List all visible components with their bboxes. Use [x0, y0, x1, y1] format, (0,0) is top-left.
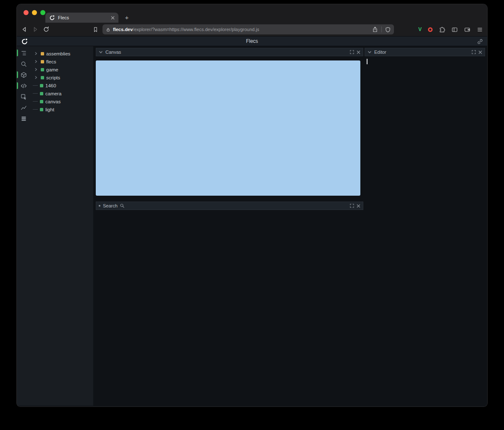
chevron-right-icon[interactable]: [33, 76, 39, 79]
main-content: Canvas Search: [93, 46, 487, 406]
expand-icon[interactable]: [350, 204, 354, 208]
url-path: /explorer/?wasm=https://www.flecs.dev/ex…: [133, 27, 259, 32]
wallet-icon[interactable]: [464, 26, 470, 33]
tree-item-label: light: [45, 107, 54, 112]
code-icon: [21, 83, 27, 89]
browser-tab[interactable]: Flecs: [45, 13, 118, 23]
expand-icon[interactable]: [350, 50, 354, 54]
browser-window: Flecs +: [17, 4, 487, 406]
close-icon[interactable]: [478, 50, 482, 54]
chevron-down-icon[interactable]: [99, 50, 103, 54]
panel-title: Search: [103, 203, 118, 208]
reload-button[interactable]: [43, 26, 50, 33]
tree-connector: [33, 101, 38, 102]
cube-icon: [21, 72, 27, 78]
chevron-right-icon[interactable]: [33, 60, 39, 63]
flecs-logo-icon: [21, 38, 28, 45]
tab-title: Flecs: [58, 15, 108, 20]
rail-item-code-editor[interactable]: [17, 82, 30, 89]
bookmark-icon[interactable]: [92, 26, 99, 33]
rail-item-stats[interactable]: [17, 115, 30, 122]
shield-icon[interactable]: [385, 27, 391, 32]
app-body: assemblies flecs game scripts 1460: [17, 46, 487, 406]
chevron-right-icon[interactable]: [33, 68, 39, 71]
panel-title: Canvas: [105, 50, 121, 55]
tree-item-label: flecs: [46, 59, 56, 64]
canvas-panel-header[interactable]: Canvas: [96, 48, 363, 56]
tree-item[interactable]: game: [30, 66, 93, 73]
entity-color-swatch: [41, 76, 44, 79]
rail-item-search[interactable]: [17, 60, 30, 67]
stats-icon: [21, 115, 27, 122]
entity-tree-panel: assemblies flecs game scripts 1460: [30, 46, 93, 406]
tree-icon: [21, 50, 27, 56]
active-indicator: [17, 82, 18, 89]
search-icon: [21, 61, 27, 67]
tree-connector: [33, 93, 38, 94]
canvas-panel: Canvas: [96, 48, 363, 196]
share-icon[interactable]: [372, 26, 378, 32]
traffic-lights: [24, 10, 45, 15]
tree-item-label: assemblies: [46, 51, 71, 56]
tree-item[interactable]: scripts: [30, 73, 93, 81]
entity-color-swatch: [40, 92, 43, 95]
entity-color-swatch: [40, 108, 43, 111]
address-bar[interactable]: flecs.dev/explorer/?wasm=https://www.fle…: [102, 24, 394, 34]
tree-item-label: 1460: [45, 83, 56, 88]
page-title: Flecs: [246, 38, 258, 44]
sidebar-rail: [17, 46, 30, 406]
menu-icon[interactable]: [477, 26, 483, 33]
forward-button[interactable]: [32, 26, 39, 33]
back-button[interactable]: [21, 26, 28, 33]
window-close-button[interactable]: [24, 10, 29, 15]
text-caret: [367, 59, 368, 64]
tree-item[interactable]: light: [30, 105, 93, 113]
chevron-down-icon[interactable]: [368, 50, 372, 54]
entity-color-swatch: [41, 60, 44, 63]
entity-color-swatch: [40, 84, 43, 87]
extension-v-icon[interactable]: V: [418, 26, 422, 32]
webgl-canvas[interactable]: [96, 60, 360, 196]
tab-close-icon[interactable]: [111, 16, 115, 20]
tree-connector: [33, 85, 38, 86]
tree-item-label: scripts: [46, 75, 60, 80]
tree-item[interactable]: flecs: [30, 58, 93, 66]
puzzle-extensions-icon[interactable]: [439, 26, 445, 33]
collapsed-dot-icon[interactable]: [99, 205, 100, 207]
new-tab-button[interactable]: +: [123, 13, 131, 22]
active-indicator: [17, 71, 18, 78]
tree-item-label: game: [46, 67, 58, 72]
entity-color-swatch: [41, 68, 44, 71]
lock-icon: [106, 27, 110, 32]
chevron-right-icon[interactable]: [33, 52, 39, 55]
app-header: Flecs: [17, 36, 487, 46]
window-zoom-button[interactable]: [40, 10, 45, 15]
extension-circle-icon[interactable]: [428, 27, 433, 32]
window-minimize-button[interactable]: [32, 10, 37, 15]
flecs-favicon-icon: [49, 15, 55, 21]
tree-item[interactable]: assemblies: [30, 50, 93, 58]
rail-item-entities-3d[interactable]: [17, 71, 30, 78]
expand-icon[interactable]: [472, 50, 476, 54]
search-panel-header[interactable]: Search: [96, 202, 363, 210]
editor-panel-header[interactable]: Editor: [365, 48, 485, 56]
close-icon[interactable]: [357, 50, 360, 54]
rail-item-entity-tree[interactable]: [17, 50, 30, 56]
panel-title: Editor: [374, 50, 386, 55]
active-indicator: [17, 50, 18, 56]
tree-connector: [33, 109, 38, 110]
tree-item[interactable]: camera: [30, 89, 93, 97]
tree-item[interactable]: 1460: [30, 81, 93, 89]
rail-item-inspect[interactable]: [17, 93, 30, 100]
tree-item-label: camera: [45, 91, 61, 96]
code-editor-area[interactable]: [365, 56, 485, 401]
share-link-icon[interactable]: [477, 39, 483, 45]
tree-item[interactable]: canvas: [30, 97, 93, 105]
sidebar-toggle-icon[interactable]: [452, 26, 458, 33]
rail-item-charts[interactable]: [17, 104, 30, 111]
browser-tab-strip: Flecs +: [17, 4, 487, 23]
entity-color-swatch: [40, 100, 43, 103]
close-icon[interactable]: [357, 204, 360, 208]
chart-icon: [21, 105, 27, 111]
entity-color-swatch: [41, 52, 44, 55]
